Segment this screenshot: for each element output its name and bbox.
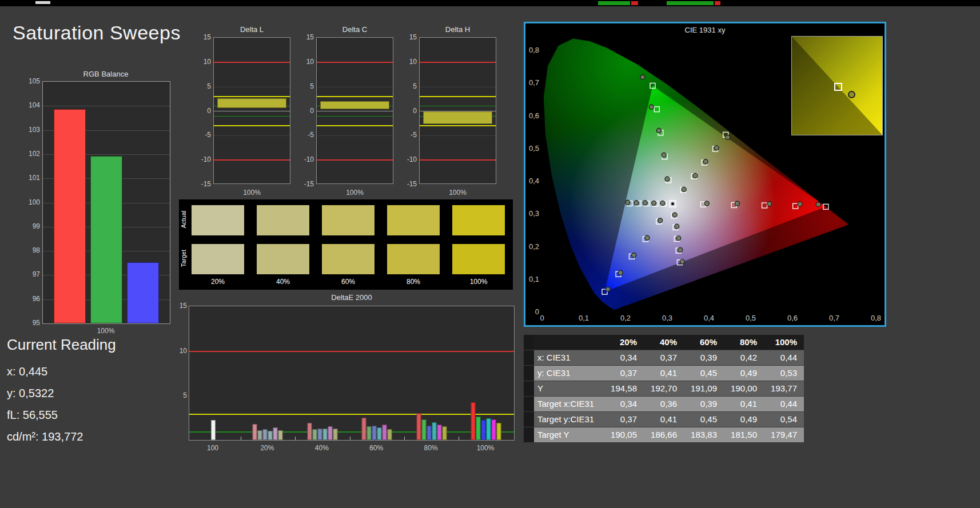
y-tick-label: 0 [399,107,417,115]
measured-point [704,201,709,206]
deltae-bar [322,429,327,440]
deltae-bar [471,402,476,440]
deltae-bar [437,425,441,440]
swatch-grid: ActualTarget20%40%60%80%100% [179,199,513,290]
toolbar-indicator [715,1,720,5]
deltae-bar [497,423,501,440]
y-tick-label: -15 [399,180,417,188]
swatch-target [387,244,440,274]
y-tick-label: 97 [23,270,40,278]
svg-text:0: 0 [540,314,544,322]
cell-value: 183,83 [684,427,724,442]
y-tick-label: -10 [399,155,417,163]
svg-text:0,8: 0,8 [529,46,539,54]
y-tick-label: 105 [23,77,40,85]
svg-text:0,5: 0,5 [529,144,539,153]
cell-value: 0,42 [724,350,764,365]
measured-point [658,218,663,223]
cell-value: 0,41 [644,366,684,381]
y-axis-labels: 151050-5-10-15 [296,37,314,184]
swatch-col-label: 20% [192,278,244,286]
measured-point [665,177,670,181]
y-tick-label: 10 [296,58,314,66]
x-axis-label: 100% [213,189,290,197]
measured-point [680,259,684,264]
measured-point [649,105,654,109]
deltae2000-chart[interactable]: DeltaE 2000 15105 10020%40%60%80%100% [179,293,522,459]
y-tick-label: 103 [23,126,40,134]
cie-1931-chart[interactable]: CIE 1931 xy 00,10,20,30,40,50,60,70,800,… [524,22,886,327]
measurement-table: 20%40%60%80%100%x: CIE310,340,370,390,42… [524,335,804,443]
cell-value: 0,37 [644,350,684,365]
svg-text:0,2: 0,2 [529,242,539,251]
row-strip [524,350,534,365]
rgb-bar-red [54,109,86,323]
measured-point [652,201,656,206]
chart-title: RGB Balance [42,70,169,78]
y-tick-label: 15 [296,33,314,41]
measured-point [645,235,650,240]
cell-value: 0,45 [684,412,724,427]
table-row: x: CIE310,340,370,390,420,44 [524,350,804,366]
chart-title: Delta C [316,25,393,34]
delta-charts-row: Delta L151050-5-10-15100%Delta C151050-5… [192,25,512,202]
target-marker [834,83,842,91]
y-tick-label: 100 [23,198,40,206]
deltae-bar [258,430,262,440]
gridline [420,135,496,136]
measured-point [618,270,623,275]
page-title: Saturation Sweeps [13,22,181,44]
y-tick-label: 101 [23,174,40,182]
swatch-target [257,244,309,274]
measured-point [816,202,820,207]
y-tick-label: -15 [296,180,314,188]
svg-text:0,4: 0,4 [529,177,539,185]
cell-value: 0,45 [684,366,724,381]
deltae-bar [362,418,366,440]
toolbar-indicator [631,1,638,5]
x-axis-label: 100 [196,444,230,452]
limit-line [214,111,290,111]
axis-tick [459,437,459,440]
limit-line [317,96,393,97]
y-tick-label: 5 [399,82,417,90]
deltae-bar [307,423,312,440]
y-axis-labels: 151050-5-10-15 [399,37,417,184]
swatch-comparison-panel[interactable]: ActualTarget20%40%60%80%100% [179,199,513,290]
row-label: y: CIE31 [534,366,604,381]
deltae-bar [263,429,268,440]
table-row: Target y:CIE310,370,410,450,490,54 [524,412,804,427]
delta-chart-delta-c[interactable]: Delta C151050-5-10-15100% [294,25,397,202]
cell-value: 0,39 [684,350,724,365]
measured-point [605,287,610,291]
cell-value: 181,50 [724,427,764,442]
chart-title: Delta L [213,25,290,34]
svg-text:0,6: 0,6 [787,314,798,322]
rgb-balance-chart[interactable]: RGB Balance 9596979899100101102103104105… [23,70,167,338]
delta-chart-delta-h[interactable]: Delta H151050-5-10-15100% [397,25,500,202]
svg-text:0,1: 0,1 [529,275,539,283]
toolbar-indicator [598,1,630,5]
column-header: 40% [644,335,684,350]
rgb-bar-green [90,156,122,323]
delta-bar [217,98,286,108]
row-strip [524,366,534,381]
deltae-bar [427,426,431,440]
y-tick-label: 5 [179,391,187,399]
delta-chart-delta-l[interactable]: Delta L151050-5-10-15100% [192,25,294,202]
y-tick-label: 15 [399,33,417,41]
reading-value: fL: 56,555 [7,404,116,426]
limit-line [317,125,393,126]
limit-line [317,116,393,117]
delta-bar [320,101,389,109]
limit-line [214,62,290,63]
deltae-group [362,418,392,440]
limit-line [420,159,496,161]
axis-tick [241,437,241,440]
rgb-bars [43,82,170,323]
row-label: Target x:CIE31 [534,397,604,411]
y-tick-label: 5 [193,82,211,90]
deltae-group [307,423,337,440]
gridline [317,87,393,87]
chart-title: DeltaE 2000 [189,293,515,302]
